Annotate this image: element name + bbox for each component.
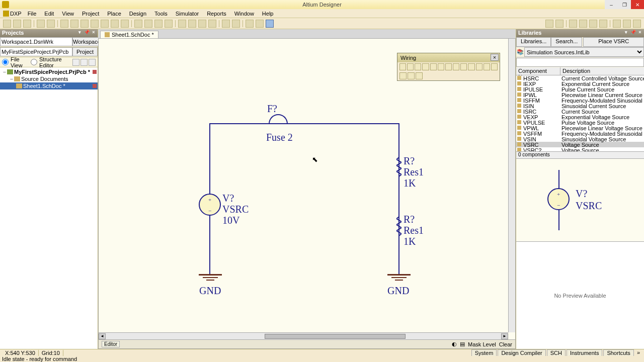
tool-zoom-fit[interactable] <box>70 20 78 28</box>
tool-align-2[interactable] <box>555 20 564 28</box>
clear-button[interactable]: Clear <box>499 341 512 347</box>
gnd-left-label[interactable]: GND <box>199 285 221 297</box>
r2-symbol[interactable] <box>396 214 401 239</box>
tree-source-documents[interactable]: −Source Documents <box>0 75 98 82</box>
menu-file[interactable]: File <box>24 10 41 18</box>
hscroll-right-icon[interactable]: ► <box>501 333 508 339</box>
wire-tool-8[interactable] <box>453 63 459 70</box>
library-select[interactable]: Simulation Sources.IntLib <box>524 47 644 57</box>
wire-tool-5[interactable] <box>430 63 437 70</box>
menu-tools[interactable]: Tools <box>150 10 172 18</box>
hscroll-thumb[interactable] <box>265 334 406 339</box>
tree-btn-1[interactable] <box>72 59 79 66</box>
status-tab-design-compiler[interactable]: Design Compiler <box>498 349 545 356</box>
tool-print[interactable] <box>37 20 45 28</box>
lib-panel-pin-icon[interactable]: 📌 <box>630 29 636 35</box>
list-item[interactable]: IEXPExponential Current Source <box>516 81 644 86</box>
horizontal-scrollbar[interactable]: ◄ ► <box>99 332 508 339</box>
list-item[interactable]: VPWLPiecewise Linear Voltage Source <box>516 125 644 131</box>
component-filter[interactable] <box>516 58 644 67</box>
tool-cross[interactable] <box>256 20 264 28</box>
panel-pin-icon[interactable]: 📌 <box>84 29 90 35</box>
tab-sheet1[interactable]: Sheet1.SchDoc * <box>100 31 158 38</box>
tool-clear[interactable] <box>208 20 216 28</box>
tool-grid-1[interactable] <box>569 20 577 28</box>
file-view-radio[interactable] <box>2 59 9 65</box>
wiring-toolbar[interactable]: Wiring× <box>397 53 500 81</box>
tool-redo[interactable] <box>232 20 240 28</box>
tool-deselect[interactable] <box>198 20 206 28</box>
tool-cut[interactable] <box>134 20 142 28</box>
tool-zoom-selected[interactable] <box>80 20 89 28</box>
status-expand-icon[interactable]: » <box>635 349 642 356</box>
tool-copy[interactable] <box>144 20 152 28</box>
panel-close-icon[interactable]: × <box>91 29 97 35</box>
menu-design[interactable]: Design <box>125 10 150 18</box>
tool-new[interactable] <box>3 20 11 28</box>
menu-reports[interactable]: Reports <box>203 10 230 18</box>
tool-hierarchy[interactable] <box>246 20 254 28</box>
wire-tool-4[interactable] <box>422 63 429 70</box>
hscroll-left-icon[interactable]: ◄ <box>99 333 106 339</box>
status-tab-system[interactable]: System <box>471 349 497 356</box>
list-item[interactable]: VSINSinusoidal Voltage Source <box>516 136 644 142</box>
workspace-combo[interactable] <box>0 37 72 46</box>
menu-simulator[interactable]: Simulator <box>172 10 203 18</box>
menu-place[interactable]: Place <box>103 10 125 18</box>
wire-tool-2[interactable] <box>407 63 414 70</box>
r2-value[interactable]: 1K <box>404 236 416 247</box>
tool-6[interactable] <box>101 20 109 28</box>
tool-rubber[interactable] <box>165 20 173 28</box>
tree-sheet-doc[interactable]: Sheet1.SchDoc * <box>0 82 98 89</box>
wire-tool-16[interactable] <box>416 72 423 79</box>
status-tab-sch[interactable]: SCH <box>547 349 566 356</box>
menu-dxp[interactable]: DXP <box>1 11 24 17</box>
wire-tool-6[interactable] <box>438 63 444 70</box>
workspace-button[interactable]: Workspace <box>72 37 100 46</box>
tool-browse[interactable] <box>266 20 274 28</box>
wire-tool-13[interactable] <box>491 63 498 70</box>
gnd-right-label[interactable]: GND <box>387 285 409 297</box>
fuse-designator[interactable]: F? <box>267 103 277 115</box>
wire-tool-3[interactable] <box>415 63 421 70</box>
menu-edit[interactable]: Edit <box>40 10 58 18</box>
r1-value[interactable]: 1K <box>404 177 416 189</box>
editor-tab[interactable]: Editor <box>102 341 120 347</box>
list-item[interactable]: VSRC2Voltage Source <box>516 147 644 152</box>
list-item[interactable]: IPWLPiecewise Linear Current Source <box>516 92 644 98</box>
list-item[interactable]: VSRCVoltage Source <box>516 142 644 147</box>
vsrc-value[interactable]: 10V <box>222 215 239 226</box>
tool-layer-2[interactable] <box>623 20 631 28</box>
libraries-button[interactable]: Libraries... <box>516 37 551 47</box>
search-button[interactable]: Search... <box>551 37 582 47</box>
lib-panel-dropdown-icon[interactable]: ▾ <box>623 29 629 35</box>
tool-align-1[interactable] <box>545 20 553 28</box>
tree-btn-2[interactable] <box>80 59 88 66</box>
tool-undo[interactable] <box>222 20 230 28</box>
lib-panel-close-icon[interactable]: × <box>637 29 643 35</box>
mask-icon-2[interactable]: ▤ <box>460 341 465 347</box>
fuse-value[interactable]: Fuse 2 <box>266 132 293 143</box>
r2-designator[interactable]: R? <box>404 214 415 225</box>
tool-layer-3[interactable] <box>633 20 641 28</box>
list-item[interactable]: ISRCCurrent Source <box>516 109 644 114</box>
component-list[interactable]: HSRCCurrent Controlled Voltage SourceIEX… <box>516 75 644 152</box>
wire-tool-9[interactable] <box>460 63 467 70</box>
wire-tool-11[interactable] <box>476 63 482 70</box>
tool-preview[interactable] <box>47 20 55 28</box>
wire-tool-15[interactable] <box>408 72 415 79</box>
tool-grid-2[interactable] <box>579 20 587 28</box>
tool-grid-3[interactable] <box>589 20 597 28</box>
tree-project-root[interactable]: −MyFirstSpiceProject.PrjPcb * <box>0 68 98 75</box>
vertical-scrollbar[interactable] <box>508 39 515 332</box>
tool-move[interactable] <box>188 20 196 28</box>
wire-tool-7[interactable] <box>445 63 452 70</box>
wire-tool-10[interactable] <box>468 63 474 70</box>
tool-layer-1[interactable] <box>613 20 621 28</box>
tool-open[interactable] <box>13 20 21 28</box>
tool-paste[interactable] <box>154 20 163 28</box>
mask-icon-1[interactable]: ◐ <box>452 341 457 347</box>
list-item[interactable]: VPULSEPulse Voltage Source <box>516 120 644 125</box>
menu-view[interactable]: View <box>58 10 78 18</box>
panel-dropdown-icon[interactable]: ▾ <box>76 29 83 35</box>
